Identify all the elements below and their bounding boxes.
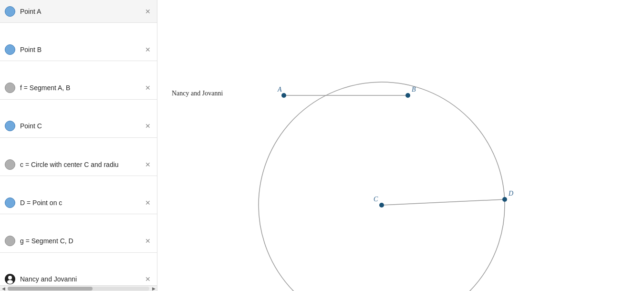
scrollbar-thumb xyxy=(8,287,93,291)
sidebar: Point A ✕ Point B ✕ f = Segment A, B ✕ P… xyxy=(0,0,157,291)
segment-cd-line xyxy=(382,199,505,205)
sidebar-item-circle-c[interactable]: c = Circle with center C and radiu ✕ xyxy=(0,153,157,176)
point-a-label: Point A xyxy=(20,8,144,15)
point-b-icon xyxy=(5,44,15,55)
point-b-text: B xyxy=(412,86,416,93)
sidebar-item-point-d[interactable]: D = Point on c ✕ xyxy=(0,191,157,214)
sidebar-item-point-c[interactable]: Point C ✕ xyxy=(0,115,157,138)
point-b-label: Point B xyxy=(20,46,144,53)
point-b-dot[interactable] xyxy=(405,93,410,98)
scrollbar-track xyxy=(8,287,149,291)
segment-ab-icon xyxy=(5,83,15,93)
point-c-icon xyxy=(5,121,15,131)
nancy-jovanni-label: Nancy and Jovanni xyxy=(20,275,144,283)
point-c-text: C xyxy=(374,196,378,203)
point-a-dot[interactable] xyxy=(281,93,286,98)
circle-c-label: c = Circle with center C and radiu xyxy=(20,161,144,168)
point-a-text: A xyxy=(277,86,282,93)
circle-c-close[interactable]: ✕ xyxy=(144,160,152,169)
geometry-svg: Nancy and Jovanni A B C D xyxy=(157,0,644,291)
segment-cd-icon xyxy=(5,236,15,246)
sidebar-scrollbar[interactable]: ◀ ▶ xyxy=(0,285,157,291)
nancy-jovanni-icon xyxy=(5,274,15,284)
point-d-close[interactable]: ✕ xyxy=(144,198,152,207)
circle-c xyxy=(259,82,505,291)
geometry-canvas[interactable]: Nancy and Jovanni A B C D xyxy=(157,0,644,291)
scrollbar-right-arrow[interactable]: ▶ xyxy=(150,286,157,291)
segment-cd-close[interactable]: ✕ xyxy=(144,237,152,245)
point-c-dot[interactable] xyxy=(379,203,384,208)
sidebar-item-point-a[interactable]: Point A ✕ xyxy=(0,0,157,23)
nancy-jovanni-close[interactable]: ✕ xyxy=(144,275,152,283)
sidebar-item-segment-ab[interactable]: f = Segment A, B ✕ xyxy=(0,77,157,100)
point-d-label: D = Point on c xyxy=(20,199,144,207)
svg-point-0 xyxy=(8,276,12,280)
segment-cd-label: g = Segment C, D xyxy=(20,237,144,245)
point-d-text: D xyxy=(508,190,513,197)
circle-c-icon xyxy=(5,159,15,170)
annotation-label: Nancy and Jovanni xyxy=(172,90,223,97)
point-c-label: Point C xyxy=(20,122,144,130)
scrollbar-left-arrow[interactable]: ◀ xyxy=(0,286,7,291)
point-d-icon xyxy=(5,197,15,208)
point-d-dot[interactable] xyxy=(502,197,507,202)
point-c-close[interactable]: ✕ xyxy=(144,122,152,130)
point-b-close[interactable]: ✕ xyxy=(144,45,152,54)
point-a-close[interactable]: ✕ xyxy=(144,7,152,16)
point-a-icon xyxy=(5,6,15,17)
segment-ab-label: f = Segment A, B xyxy=(20,84,144,92)
sidebar-item-point-b[interactable]: Point B ✕ xyxy=(0,38,157,61)
sidebar-item-segment-cd[interactable]: g = Segment C, D ✕ xyxy=(0,230,157,253)
svg-point-1 xyxy=(7,280,13,284)
segment-ab-close[interactable]: ✕ xyxy=(144,83,152,92)
